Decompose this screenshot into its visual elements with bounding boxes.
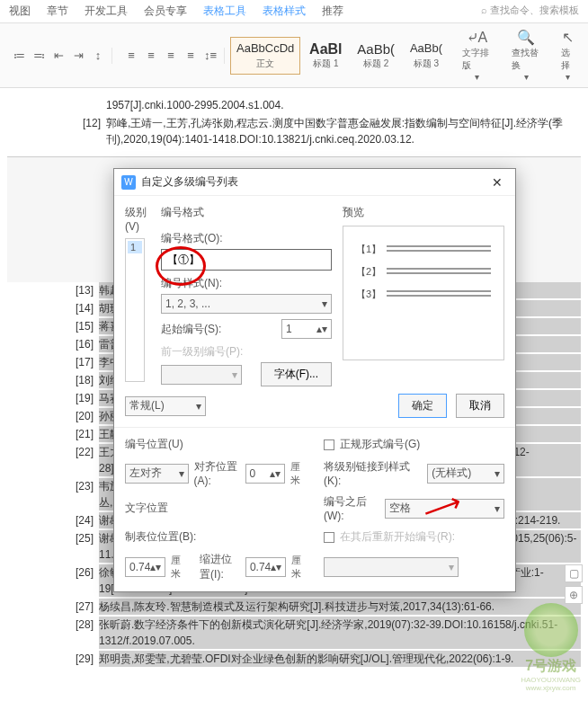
number-style-select[interactable]: 1, 2, 3, ...▾ bbox=[161, 294, 332, 314]
align-pos-stepper[interactable]: 0▴▾ bbox=[245, 464, 286, 484]
style-h1[interactable]: AaBl标题 1 bbox=[302, 37, 349, 75]
formal-checkbox[interactable] bbox=[324, 439, 334, 450]
prev-level-select: ▾ bbox=[161, 365, 242, 385]
menu-table-tools[interactable]: 表格工具 bbox=[203, 4, 246, 19]
sort-icon[interactable]: ↕ bbox=[90, 48, 106, 64]
justify-icon[interactable]: ≡ bbox=[183, 48, 199, 64]
menu-dev[interactable]: 开发工具 bbox=[85, 4, 128, 19]
font-button[interactable]: 字体(F)... bbox=[261, 362, 332, 386]
numfmt-label: 编号格式(O): bbox=[161, 231, 332, 246]
menu-vip[interactable]: 会员专享 bbox=[144, 4, 187, 19]
numpos-label: 编号位置(U) bbox=[125, 437, 306, 452]
ref-row: 1957[J].cnki.1000-2995.2004.s1.004. bbox=[83, 97, 581, 113]
wrap-icon: ⤶A bbox=[467, 29, 488, 47]
list-group: ≔ ≕ ⇤ ⇥ ↕ bbox=[5, 48, 112, 64]
tab-pos-stepper[interactable]: 0.74▴▾ bbox=[125, 557, 165, 577]
ok-button[interactable]: 确定 bbox=[398, 394, 447, 418]
preview-box: 【1】 【2】 【3】 bbox=[343, 226, 504, 360]
align-left-icon[interactable]: ≡ bbox=[123, 48, 139, 64]
follow-with-select[interactable]: 空格▾ bbox=[385, 499, 504, 519]
level-label: 级别(V) bbox=[125, 205, 150, 233]
menu-table-style[interactable]: 表格样式 bbox=[263, 4, 306, 19]
style-h2[interactable]: AaBb(标题 2 bbox=[351, 37, 401, 75]
startat-label: 起始编号(S): bbox=[161, 322, 221, 337]
ref-row[interactable]: [29]郑明贵,郑雯莹,尤碧莹.OFDI对企业绿色创新的影响研究[J/OL].管… bbox=[76, 651, 581, 667]
bullets-icon[interactable]: ≔ bbox=[11, 48, 27, 64]
restart-checkbox[interactable] bbox=[324, 532, 334, 543]
style-h3[interactable]: AaBb(标题 3 bbox=[403, 37, 450, 75]
align-group: ≡ ≡ ≡ ≡ ↕≡ bbox=[118, 48, 225, 64]
ref-row[interactable]: [28]张昕蔚.数字经济条件下的创新模式演化研究[J].经济学家,2019(07… bbox=[76, 617, 581, 649]
multilevel-list-dialog: W 自定义多级编号列表 ✕ 级别(V) 1 编号格式 编号格式(O): 编号样式… bbox=[113, 168, 516, 592]
menu-bar: 视图 章节 开发工具 会员专享 表格工具 表格样式 推荐 ⌕ 查找命令、搜索模板 bbox=[0, 0, 588, 23]
indent-stepper[interactable]: 0.74▴▾ bbox=[245, 557, 286, 577]
txtpos-label: 文字位置 bbox=[125, 501, 306, 516]
restart-after-select: ▾ bbox=[324, 557, 459, 577]
indent-dec-icon[interactable]: ⇤ bbox=[50, 48, 67, 64]
refs-top: 1957[J].cnki.1000-2995.2004.s1.004. [12]… bbox=[7, 97, 581, 147]
dialog-titlebar: W 自定义多级编号列表 ✕ bbox=[114, 169, 515, 196]
link-style-select[interactable]: (无样式)▾ bbox=[427, 464, 504, 484]
close-button[interactable]: ✕ bbox=[486, 175, 508, 190]
start-at-stepper[interactable]: 1▴▾ bbox=[281, 319, 332, 339]
menu-view[interactable]: 视图 bbox=[9, 4, 31, 19]
menu-recommend[interactable]: 推荐 bbox=[322, 4, 343, 19]
fmt-section: 编号格式 bbox=[161, 205, 332, 220]
style-body[interactable]: AaBbCcDd正文 bbox=[230, 37, 300, 75]
menu-chapter[interactable]: 章节 bbox=[47, 4, 68, 19]
ref-row[interactable]: [27]杨续昌,陈友玲.智慧制造模式及运行架构研究[J].科技进步与对策,201… bbox=[76, 599, 581, 615]
ribbon: ≔ ≕ ⇤ ⇥ ↕ ≡ ≡ ≡ ≡ ↕≡ AaBbCcDd正文 AaBl标题 1… bbox=[0, 23, 588, 88]
linespace-icon[interactable]: ↕≡ bbox=[202, 48, 218, 64]
select-button[interactable]: ↖选择▾ bbox=[554, 27, 583, 84]
text-wrap-button[interactable]: ⤶A文字排版▾ bbox=[455, 27, 499, 84]
find-icon: 🔍 bbox=[517, 29, 535, 47]
find-replace-button[interactable]: 🔍查找替换▾ bbox=[504, 27, 548, 84]
select-icon: ↖ bbox=[562, 29, 574, 47]
numstyle-label: 编号样式(N): bbox=[161, 276, 332, 291]
side-float-buttons: ▢ ⊕ bbox=[565, 564, 583, 604]
dialog-title: 自定义多级编号列表 bbox=[141, 174, 486, 190]
search-box[interactable]: ⌕ 查找命令、搜索模板 bbox=[481, 4, 579, 17]
app-icon: W bbox=[121, 175, 136, 190]
ref-row: [12]郭峰,王靖一,王芳,孔涛张勋,程志云.测度中国数字普惠金融发展:指数编制… bbox=[83, 115, 581, 147]
align-select[interactable]: 左对齐▾ bbox=[125, 464, 189, 484]
chevron-down-icon: ▾ bbox=[322, 297, 327, 310]
align-center-icon[interactable]: ≡ bbox=[143, 48, 159, 64]
prevlink-label: 前一级别编号(P): bbox=[161, 344, 332, 360]
align-right-icon[interactable]: ≡ bbox=[163, 48, 179, 64]
float-btn-1[interactable]: ▢ bbox=[565, 564, 583, 582]
numbering-icon[interactable]: ≕ bbox=[31, 48, 47, 64]
level-list[interactable]: 1 bbox=[125, 238, 145, 382]
preview-section: 预览 bbox=[343, 205, 504, 220]
cancel-button[interactable]: 取消 bbox=[456, 394, 504, 418]
indent-inc-icon[interactable]: ⇥ bbox=[70, 48, 86, 64]
normal-select[interactable]: 常规(L)▾ bbox=[125, 396, 206, 416]
number-format-input[interactable] bbox=[161, 249, 332, 271]
search-icon: ⌕ bbox=[481, 4, 487, 15]
float-btn-2[interactable]: ⊕ bbox=[565, 586, 583, 604]
style-gallery: AaBbCcDd正文 AaBl标题 1 AaBb(标题 2 AaBb(标题 3 bbox=[230, 37, 450, 75]
